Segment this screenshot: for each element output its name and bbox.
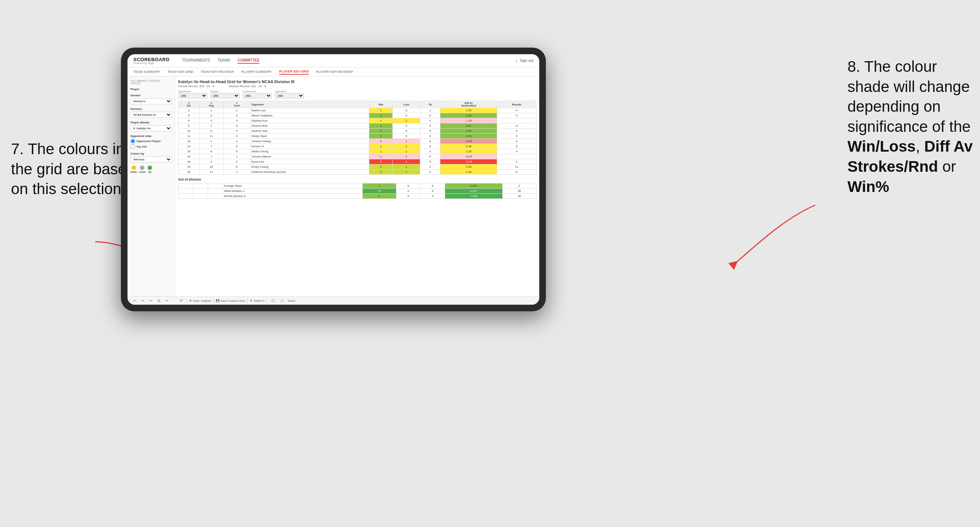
division-record: Division Record: 331 - 34 - 6: [229, 84, 266, 88]
cell-loss: 2: [393, 154, 420, 159]
cell-loss: 0: [396, 194, 421, 199]
cell-div: [178, 184, 193, 189]
table-row: 5 2 2 Alexis Sudjianto 1 0 0 4.00 3: [178, 113, 536, 118]
sidebar-legend: Down Level Up: [130, 165, 172, 173]
sidebar-player-section: Player: [130, 87, 172, 91]
opponents-filter-select[interactable]: (All): [178, 93, 207, 98]
table-row: 11 11 4 Heejo Hyun 1 0 0 3.33 3: [178, 134, 536, 139]
toolbar-btn1[interactable]: ⬜: [269, 298, 276, 303]
nav-teams[interactable]: TEAMS: [218, 57, 230, 64]
toolbar-view-original[interactable]: 👁 View: Original: [189, 299, 211, 303]
cell-rounds: 30: [502, 189, 536, 194]
cell-tie: 0: [420, 164, 441, 170]
toolbar-btn2[interactable]: ⬜: [278, 298, 285, 303]
cell-opponent: NAIA Division 1: [223, 189, 362, 194]
cell-conf: 5: [223, 149, 250, 154]
cell-loss: 0: [396, 189, 421, 194]
annotation-left: 7. The colours inthe grid are basedon th…: [11, 139, 135, 199]
cell-rounds: 2: [497, 139, 536, 144]
nav-committee[interactable]: COMMITTEE: [237, 57, 259, 64]
opponent-filter-select[interactable]: (All): [275, 93, 304, 98]
sidebar-radio-opponents-played[interactable]: Opponents Played: [130, 139, 172, 144]
sidebar-radio-top100[interactable]: Top 100: [130, 144, 172, 149]
sidebar-colourby-select[interactable]: Win/loss: [130, 156, 172, 163]
cell-div: 6: [178, 118, 200, 124]
sidebar-playerrank-select[interactable]: 8. Katelyn Vo: [130, 125, 172, 132]
cell-tie: 0: [420, 144, 441, 149]
cell-rounds: 3: [497, 134, 536, 139]
nav-signout[interactable]: Sign out: [520, 58, 533, 63]
cell-loss: 0: [393, 124, 420, 129]
cell-diff: 4.00: [441, 129, 497, 134]
cell-loss: 1: [393, 118, 420, 124]
cell-loss: 2: [393, 144, 420, 149]
cell-win: 1: [369, 113, 393, 118]
cell-rounds: 4: [497, 149, 536, 154]
table-row: NCAA Division 2 5 0 0 7.400 10: [178, 194, 536, 199]
subnav-team-h2h-heatmap[interactable]: TEAM H2H HEATMAP: [201, 69, 234, 75]
cell-opponent: Eunice Yi: [250, 144, 369, 149]
conference-filter-select[interactable]: (All): [242, 93, 272, 98]
cell-loss: 0: [393, 113, 420, 118]
toolbar-undo2[interactable]: ↩: [148, 298, 154, 303]
cell-diff: 3.33: [441, 134, 497, 139]
toolbar-cut[interactable]: ✂: [164, 298, 170, 303]
sidebar-division-select[interactable]: NCAA Division III: [130, 112, 172, 118]
toolbar-refresh[interactable]: ⟳: [178, 298, 184, 303]
cell-reg: 2: [199, 113, 223, 118]
cell-loss: 0: [393, 108, 420, 113]
toolbar-sep4: [267, 298, 267, 303]
toolbar-share[interactable]: Share: [288, 299, 295, 303]
cell-win: 1: [369, 124, 393, 129]
toolbar-save-custom[interactable]: 💾 Save Custom View: [216, 299, 245, 303]
sidebar-gender-label: Gender: [130, 94, 172, 97]
toolbar-undo[interactable]: ↩: [132, 298, 138, 303]
table-header-row: #Div #Reg #Conf Opponent Win Loss Tie Di…: [178, 101, 536, 108]
subnav-team-summary[interactable]: TEAM SUMMARY: [134, 69, 160, 75]
toolbar-grid[interactable]: ⊡: [156, 298, 162, 303]
cell-div: 11: [178, 134, 200, 139]
cell-diff: 4.00: [441, 113, 497, 118]
subnav-team-h2h-grid[interactable]: TEAM H2H GRID: [167, 69, 193, 75]
cell-div: 14: [178, 144, 200, 149]
tablet-frame: SCOREBOARD Powered by clippd TOURNAMENTS…: [121, 48, 546, 311]
sidebar-gender-select[interactable]: Women's: [130, 98, 172, 105]
cell-tie: 0: [420, 159, 441, 164]
toolbar-redo[interactable]: ↪: [140, 298, 146, 303]
annotation-left-number: 7.: [11, 140, 24, 157]
subnav-player-h2h-heatmap[interactable]: PLAYER H2H HEATMAP: [316, 69, 353, 75]
cell-conf: 2: [223, 113, 250, 118]
cell-tie: 0: [420, 170, 441, 175]
cell-rounds: 6: [497, 170, 536, 175]
cell-loss: 2: [393, 159, 420, 164]
sidebar-player-label: Player: [130, 87, 172, 91]
nav-tournaments[interactable]: TOURNAMENTS: [182, 57, 210, 64]
cell-tie: 1: [420, 108, 441, 113]
subnav-player-h2h-grid[interactable]: PLAYER H2H GRID: [279, 69, 309, 75]
col-tie: Tie: [420, 101, 441, 108]
toolbar-dot[interactable]: ·: [172, 298, 176, 303]
region-filter-select[interactable]: (All): [210, 93, 240, 98]
cell-tie: 0: [420, 124, 441, 129]
logo: SCOREBOARD Powered by clippd: [134, 57, 170, 65]
cell-div: 5: [178, 113, 200, 118]
cell-win: 1: [369, 154, 393, 159]
cell-opponent: Foreign Team: [223, 184, 362, 189]
toolbar-watch[interactable]: 👁 Watch ▾: [250, 299, 264, 303]
table-row: Foreign Team 1 0 0 4.500 2: [178, 184, 536, 189]
sidebar-colourby-section: Colour by Win/loss: [130, 152, 172, 163]
sidebar-colourby-label: Colour by: [130, 152, 172, 155]
table-body: 3 1 1 Esther Lee 1 0 1 1.50 4 5 2 2 Alex…: [178, 108, 536, 175]
toolbar-sep3: [247, 298, 248, 303]
sidebar-playerrank-section: Player (Rank) 8. Katelyn Vo: [130, 121, 172, 132]
cell-tie: 0: [420, 149, 441, 154]
cell-div: [178, 189, 193, 194]
sub-nav: TEAM SUMMARY TEAM H2H GRID TEAM H2H HEAT…: [127, 67, 539, 76]
cell-win: 15: [362, 189, 396, 194]
table-row: 15 8 5 Stella Cheng 1 1 0 1.25 4: [178, 149, 536, 154]
cell-conf: 1: [223, 154, 250, 159]
cell-loss: 1: [393, 139, 420, 144]
cell-reg: 1: [199, 139, 223, 144]
sidebar-timestamp: Last Updated: 27/03/2024 16:55:38: [130, 79, 172, 84]
subnav-player-summary[interactable]: PLAYER SUMMARY: [242, 69, 272, 75]
